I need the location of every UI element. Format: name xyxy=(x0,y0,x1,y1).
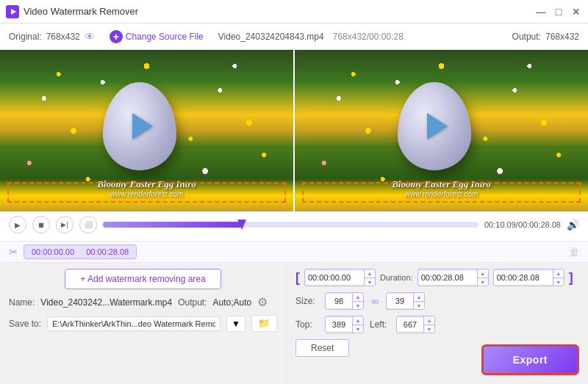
duration-group[interactable]: ▲ ▼ xyxy=(417,269,489,286)
top-input[interactable] xyxy=(326,318,352,331)
egg-right xyxy=(398,82,486,170)
playback-controls: ▶ ⏹ ▶| ⬜ 00:10.09/00:00:28.08 🔊 xyxy=(9,216,579,233)
save-path-input[interactable] xyxy=(47,316,220,331)
width-input[interactable] xyxy=(326,294,352,308)
name-row: Name: Video_2403242...Watermark.mp4 Outp… xyxy=(9,295,277,309)
output-value: Auto;Auto xyxy=(212,297,251,308)
add-watermark-area-button[interactable]: + Add watermark removing area xyxy=(65,269,220,289)
save-row: Save to: ▼ 📁 xyxy=(9,315,277,332)
reset-label: Reset xyxy=(311,343,334,353)
start-time-up[interactable]: ▲ xyxy=(365,269,375,278)
name-label: Name: xyxy=(9,297,35,308)
export-button[interactable]: Export xyxy=(481,344,579,375)
link-proportions-icon[interactable]: ∞ xyxy=(371,295,379,307)
original-label: Original: xyxy=(9,32,42,42)
play-button[interactable]: ▶ xyxy=(9,216,26,233)
size-row: Size: ▲ ▼ ∞ ▲ ▼ xyxy=(295,292,579,310)
left-down[interactable]: ▼ xyxy=(424,325,434,333)
left-label: Left: xyxy=(370,319,390,330)
reset-button[interactable]: Reset xyxy=(295,339,349,357)
change-source-label: Change Source File xyxy=(126,32,204,42)
left-input[interactable] xyxy=(397,318,423,331)
height-up[interactable]: ▲ xyxy=(414,293,424,301)
segment-start: 00:00:00.00 xyxy=(32,247,74,256)
width-up[interactable]: ▲ xyxy=(353,293,363,301)
main-bottom: + Add watermark removing area Name: Vide… xyxy=(0,263,588,384)
duration-input[interactable] xyxy=(418,271,477,284)
info-bar: Original: 768x432 👁 + Change Source File… xyxy=(0,23,588,50)
start-time-group[interactable]: ▲ ▼ xyxy=(304,269,376,286)
save-to-label: Save to: xyxy=(9,319,41,329)
start-time-input[interactable] xyxy=(305,271,364,284)
volume-icon[interactable]: 🔊 xyxy=(567,219,579,231)
current-time: 00:10.09 xyxy=(484,220,516,229)
end-time-spinners: ▲ ▼ xyxy=(553,269,564,286)
window-controls: — □ ✕ xyxy=(535,6,582,18)
play-icon-right xyxy=(427,113,448,140)
duration-label: Duration: xyxy=(380,273,413,282)
width-group[interactable]: ▲ ▼ xyxy=(325,292,364,310)
original-info: Original: 768x432 👁 xyxy=(9,31,95,43)
left-group[interactable]: ▲ ▼ xyxy=(396,316,435,333)
video-info: 768x432/00:00:28 xyxy=(333,32,404,42)
timeline-progress xyxy=(103,222,242,228)
timeline-track[interactable] xyxy=(103,222,478,228)
start-time-down[interactable]: ▼ xyxy=(365,278,375,286)
height-input[interactable] xyxy=(387,294,413,308)
height-group[interactable]: ▲ ▼ xyxy=(386,292,425,310)
app-title: Video Watermark Remover xyxy=(24,6,535,17)
output-preview: Bloomy Easter Egg Intro www.renderforest… xyxy=(293,50,588,211)
start-time-spinners: ▲ ▼ xyxy=(364,269,375,286)
end-time-down[interactable]: ▼ xyxy=(553,278,564,286)
app-icon xyxy=(6,5,19,18)
settings-gear-icon[interactable]: ⚙ xyxy=(257,295,268,309)
open-folder-button[interactable]: 📁 xyxy=(251,315,277,332)
total-time: 00:00:28.08 xyxy=(518,220,561,229)
right-bracket: ] xyxy=(569,270,573,286)
top-up[interactable]: ▲ xyxy=(353,316,363,325)
close-button[interactable]: ✕ xyxy=(570,6,582,18)
video-name: Video_240324204843.mp4 xyxy=(218,32,324,42)
output-image: Bloomy Easter Egg Intro www.renderforest… xyxy=(295,50,588,211)
minimize-button[interactable]: — xyxy=(535,6,547,18)
end-time-group[interactable]: ▲ ▼ xyxy=(493,269,564,286)
clip-button[interactable]: ⬜ xyxy=(79,216,97,233)
output-label: Output: xyxy=(178,297,207,308)
step-forward-button[interactable]: ▶| xyxy=(56,216,74,233)
preview-icon[interactable]: 👁 xyxy=(85,31,95,43)
left-bracket: [ xyxy=(295,270,300,286)
height-down[interactable]: ▼ xyxy=(414,301,424,309)
top-down[interactable]: ▼ xyxy=(353,325,363,333)
size-label: Size: xyxy=(295,296,319,306)
change-source-button[interactable]: + Change Source File xyxy=(104,27,209,46)
end-time-input[interactable] xyxy=(494,271,553,284)
egg-shape-left xyxy=(103,82,176,170)
original-resolution: 768x432 xyxy=(46,32,80,42)
duration-down[interactable]: ▼ xyxy=(478,278,488,286)
selection-box-left[interactable] xyxy=(7,182,286,203)
delete-segment-icon[interactable]: 🗑 xyxy=(569,246,579,258)
end-time-up[interactable]: ▲ xyxy=(553,269,564,278)
duration-spinners: ▲ ▼ xyxy=(477,269,488,286)
time-bracket-row: [ ▲ ▼ Duration: ▲ ▼ ▲ ▼ xyxy=(295,269,579,286)
output-info: Output: 768x432 xyxy=(512,32,579,42)
left-spinners: ▲ ▼ xyxy=(423,316,434,333)
left-panel: + Add watermark removing area Name: Vide… xyxy=(0,263,287,384)
top-label: Top: xyxy=(295,319,319,330)
original-preview: Bloomy Easter Egg Intro www.renderforest… xyxy=(0,50,293,211)
left-up[interactable]: ▲ xyxy=(424,316,434,325)
folder-dropdown-button[interactable]: ▼ xyxy=(226,316,245,332)
segment-chip: 00:00:00.00 00:00:28.08 xyxy=(24,244,137,259)
selection-box-right[interactable] xyxy=(302,182,581,203)
segments-row: ✂ 00:00:00.00 00:00:28.08 🗑 xyxy=(0,242,588,263)
maximize-button[interactable]: □ xyxy=(553,6,564,18)
stop-button[interactable]: ⏹ xyxy=(32,216,50,233)
top-group[interactable]: ▲ ▼ xyxy=(325,316,364,333)
width-down[interactable]: ▼ xyxy=(353,301,363,309)
segment-end: 00:00:28.08 xyxy=(86,247,129,256)
title-bar: Video Watermark Remover — □ ✕ xyxy=(0,0,588,23)
export-section: Export xyxy=(481,344,579,375)
duration-up[interactable]: ▲ xyxy=(478,269,488,278)
controls-area: ▶ ⏹ ▶| ⬜ 00:10.09/00:00:28.08 🔊 xyxy=(0,211,588,242)
time-display: 00:10.09/00:00:28.08 xyxy=(484,220,561,229)
